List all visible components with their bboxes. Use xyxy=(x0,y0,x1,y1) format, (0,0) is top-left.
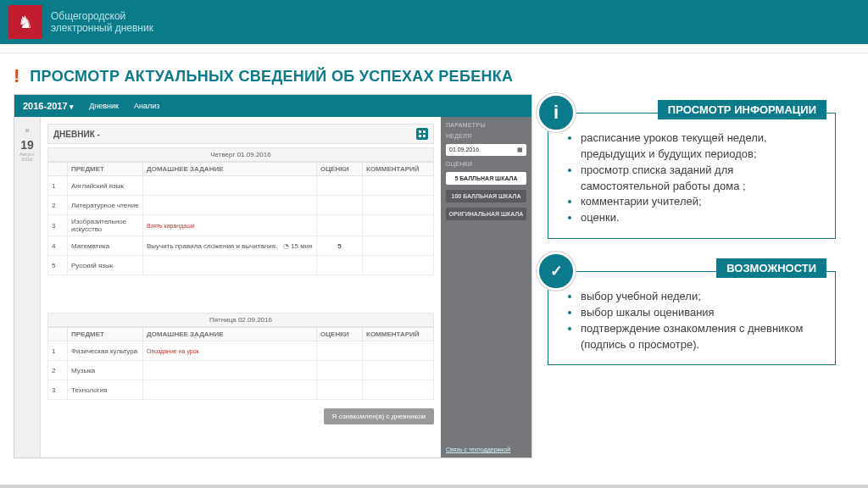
day-number: 19 xyxy=(14,138,40,152)
list-item: просмотр списка заданий для самостоятель… xyxy=(581,163,823,195)
table-row: 1Физическая культураОпоздание на урок xyxy=(48,341,434,361)
sidebar-params-label: ПАРАМЕТРЫ xyxy=(446,122,526,128)
features-panel-title: ВОЗМОЖНОСТИ xyxy=(716,258,826,278)
info-list: расписание уроков текущей недели, предыд… xyxy=(567,130,823,226)
year-label: 2016 xyxy=(14,157,40,162)
info-panel: i ПРОСМОТР ИНФОРМАЦИИ расписание уроков … xyxy=(548,113,836,239)
scale-100-button[interactable]: 100 БАЛЛЬНАЯ ШКАЛА xyxy=(446,190,526,202)
support-link[interactable]: Связь с техподдержкой xyxy=(446,446,526,452)
col-marks: ОЦЕНКИ xyxy=(317,163,363,176)
col-subject: ПРЕДМЕТ xyxy=(68,163,143,176)
timetable-friday: ПРЕДМЕТ ДОМАШНЕЕ ЗАДАНИЕ ОЦЕНКИ КОММЕНТА… xyxy=(47,327,434,400)
date-column: » 19 Август 2016 xyxy=(14,117,41,458)
list-item: комментарии учителей; xyxy=(581,194,823,210)
footer-strip xyxy=(0,485,868,488)
table-row: 2Литературное чтение xyxy=(48,196,434,215)
slide-header: ♞ Общегородской электронный дневник xyxy=(0,0,868,44)
scale-5-button[interactable]: 5 БАЛЛЬНАЯ ШКАЛА xyxy=(446,172,526,185)
col-comments: КОММЕНТАРИЙ xyxy=(363,163,434,176)
day-header-2: Пятница 02.09.2016 xyxy=(47,313,434,327)
diary-title: ДНЕВНИК - xyxy=(53,130,100,139)
week-date-input[interactable]: 01.09.2016 ▦ xyxy=(446,144,526,156)
screenshot-panel: 2016-2017 Дневник Анализ » 19 Август 201… xyxy=(14,94,532,458)
moscow-crest-icon: ♞ xyxy=(8,5,42,39)
diary-header: ДНЕВНИК - xyxy=(47,124,434,144)
table-row: 1Английский язык xyxy=(48,176,434,196)
app-bar: 2016-2017 Дневник Анализ xyxy=(14,95,531,117)
sidebar-marks-label: Оценки xyxy=(446,161,526,167)
table-row: 5Русский язык xyxy=(48,256,434,275)
chevron-right-icon[interactable]: » xyxy=(14,125,40,135)
grid-icon[interactable] xyxy=(416,128,428,140)
col-homework: ДОМАШНЕЕ ЗАДАНИЕ xyxy=(143,163,317,176)
app-sidebar: ПАРАМЕТРЫ Неделя 01.09.2016 ▦ Оценки 5 Б… xyxy=(441,117,531,458)
tab-diary[interactable]: Дневник xyxy=(89,102,119,110)
year-selector[interactable]: 2016-2017 xyxy=(23,101,74,111)
slide-title: ПРОСМОТР АКТУАЛЬНЫХ СВЕДЕНИЙ ОБ УСПЕХАХ … xyxy=(30,68,513,86)
table-row: 4МатематикаВыучить правила сложения и вы… xyxy=(48,236,434,256)
table-row: 2Музыка xyxy=(48,361,434,380)
timetable-thursday: ПРЕДМЕТ ДОМАШНЕЕ ЗАДАНИЕ ОЦЕНКИ КОММЕНТА… xyxy=(47,162,434,275)
scale-original-button[interactable]: ОРИГИНАЛЬНАЯ ШКАЛА xyxy=(446,208,526,220)
check-plus-icon: ✓ xyxy=(537,252,576,291)
exclaim-icon: ! xyxy=(14,65,19,87)
list-item: подтверждение ознакомления с дневником (… xyxy=(581,321,823,353)
features-list: выбор учебной недели;выбор шкалы оценива… xyxy=(567,289,823,352)
list-item: оценки. xyxy=(581,210,823,226)
acknowledge-button[interactable]: Я ознакомлен(а) с дневником xyxy=(324,408,434,424)
header-line1: Общегородской xyxy=(51,10,153,22)
table-row: 3Изобразительное искусствоВзять карандаш… xyxy=(48,215,434,236)
divider xyxy=(0,44,868,53)
info-icon: i xyxy=(537,93,576,132)
list-item: расписание уроков текущей недели, предыд… xyxy=(581,130,823,163)
table-row: 3Технология xyxy=(48,380,434,400)
list-item: выбор шкалы оценивания xyxy=(581,305,823,321)
day-header-1: Четверг 01.09.2016 xyxy=(47,147,434,162)
tab-analysis[interactable]: Анализ xyxy=(134,102,159,110)
features-panel: ✓ ВОЗМОЖНОСТИ выбор учебной недели;выбор… xyxy=(548,271,836,365)
info-panel-title: ПРОСМОТР ИНФОРМАЦИИ xyxy=(658,100,826,119)
list-item: выбор учебной недели; xyxy=(581,289,823,305)
header-line2: электронный дневник xyxy=(51,22,153,34)
calendar-icon: ▦ xyxy=(517,147,523,153)
sidebar-week-label: Неделя xyxy=(446,133,526,139)
